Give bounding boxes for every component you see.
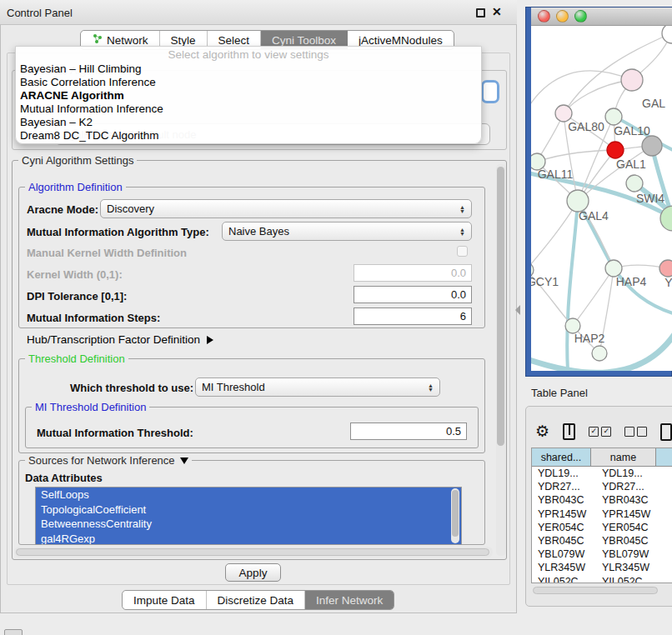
column-view-icon[interactable]: [563, 423, 575, 440]
algorithm-item-aracne-algorithm[interactable]: ARACNE Algorithm: [16, 89, 481, 102]
bottom-tab-infer-network[interactable]: Infer Network: [305, 591, 394, 609]
algorithm-item-dream8-dc-tdc-algorithm[interactable]: Dream8 DC_TDC Algorithm: [16, 129, 481, 142]
table-row[interactable]: YDL19...YDL19...13: [532, 467, 672, 480]
attribute-item-selfloops[interactable]: SelfLoops: [36, 488, 461, 502]
deselect-all-icon[interactable]: [624, 427, 647, 437]
close-icon[interactable]: ✕: [492, 5, 502, 18]
table-row[interactable]: YIL052CYIL052C9.: [532, 575, 672, 584]
bottom-tab-discretize-data[interactable]: Discretize Data: [207, 591, 306, 609]
mi-steps-input[interactable]: 6: [354, 308, 472, 325]
sources-expander[interactable]: Sources for Network Inference: [25, 454, 192, 467]
node-label-hap4: HAP4: [616, 275, 647, 288]
table-cell: YDL19...: [532, 468, 596, 479]
algorithm-combo-focus-fragment[interactable]: [481, 80, 499, 103]
zoom-traffic-light[interactable]: [574, 10, 587, 22]
float-window-icon[interactable]: [476, 8, 485, 18]
control-panel-title: Control Panel: [7, 7, 73, 19]
column-header-shared[interactable]: shared...: [532, 448, 591, 467]
settings-vscrollbar-thumb[interactable]: [497, 167, 504, 446]
network-node-swi4[interactable]: [626, 175, 643, 192]
checked-box-icon: ✓: [589, 427, 599, 437]
table-cell: YBR043C: [596, 494, 666, 506]
mi-threshold-input[interactable]: 0.5: [350, 422, 467, 440]
table-cell: YBL079W: [596, 548, 666, 560]
network-node-gal[interactable]: [621, 69, 643, 91]
node-label-gal: GAL: [642, 97, 665, 110]
node-label-swi4: SWI4: [636, 192, 664, 205]
network-node[interactable]: [642, 136, 662, 156]
close-traffic-light[interactable]: [538, 10, 550, 22]
table-panel-title: Table Panel: [531, 387, 588, 399]
tab-label: Infer Network: [316, 594, 383, 607]
table-row[interactable]: YER054CYER054C8.: [532, 521, 672, 534]
which-threshold-combo[interactable]: MI Threshold ▲▼: [195, 378, 440, 397]
apply-button[interactable]: Apply: [225, 563, 281, 582]
algorithm-item-basic-correlation-inference[interactable]: Basic Correlation Inference: [16, 76, 481, 89]
algorithm-item-bayesian-k2[interactable]: Bayesian – K2: [16, 116, 481, 129]
cyni-settings-label: Cyni Algorithm Settings: [18, 154, 137, 167]
dpi-tolerance-input[interactable]: 0.0: [354, 286, 472, 303]
aracne-mode-combo[interactable]: Discovery ▲▼: [100, 199, 472, 218]
network-node-gal80[interactable]: [555, 105, 572, 122]
data-attributes-list[interactable]: SelfLoopsTopologicalCoefficientBetweenne…: [35, 487, 462, 545]
table-cell: 9.: [666, 576, 672, 583]
table-cell: 8.: [666, 522, 672, 533]
page-icon[interactable]: [660, 423, 672, 441]
control-panel-titlebar[interactable]: [0, 0, 517, 25]
select-all-icon[interactable]: ✓ ✓: [589, 427, 611, 437]
unchecked-box-icon: [624, 427, 634, 437]
table-hscrollbar-thumb[interactable]: [533, 587, 658, 594]
algorithm-list: Bayesian – Hill ClimbingBasic Correlatio…: [16, 62, 481, 142]
screen: Control Panel ✕ NetworkStyleSelectCyni T…: [0, 0, 672, 635]
table-row[interactable]: YBR045CYBR045C9.: [532, 534, 672, 548]
algorithm-item-bayesian-hill-climbing[interactable]: Bayesian – Hill Climbing: [16, 62, 481, 76]
column-header-name[interactable]: name: [591, 448, 656, 467]
data-attributes-label: Data Attributes: [25, 472, 103, 484]
attribute-item-topologicalcoefficient[interactable]: TopologicalCoefficient: [36, 502, 461, 518]
splitter-collapse-icon[interactable]: [515, 305, 520, 315]
network-node-gal10[interactable]: [605, 108, 622, 125]
network-node[interactable]: [592, 346, 607, 361]
algorithm-dropdown-popup: Select algorithm to view settings Bayesi…: [15, 46, 482, 144]
network-canvas[interactable]: GALGAL80GAL10GAL1GAL11SWI4GAL4GCY1HAP4YH…: [531, 26, 672, 371]
column-header-a[interactable]: A: [656, 448, 672, 467]
tab-label: Cyni Toolbox: [272, 34, 336, 47]
tab-label: jActiveMNodules: [359, 34, 443, 47]
table-cell: 9.: [666, 508, 672, 520]
attribute-item-gal4rgexp[interactable]: gal4RGexp: [36, 532, 461, 546]
table-cell: YER054C: [596, 522, 666, 533]
attr-list-vscrollbar-thumb[interactable]: [452, 490, 459, 537]
kernel-width-input[interactable]: 0.0: [354, 264, 472, 282]
network-node-gal1[interactable]: [607, 142, 624, 158]
table-cell: YBR043C: [532, 494, 596, 506]
threshold-label: Threshold Definition: [25, 352, 128, 365]
table-row[interactable]: YLR345WYLR345W9.: [532, 561, 672, 574]
hub-definition-expander[interactable]: Hub/Transcription Factor Definition: [27, 333, 213, 346]
algorithm-item-mutual-information-inference[interactable]: Mutual Information Inference: [16, 102, 481, 116]
settings-hscrollbar-thumb[interactable]: [16, 548, 489, 556]
table-row[interactable]: YDR27...YDR27...12: [532, 480, 672, 493]
network-node-y[interactable]: [659, 260, 672, 277]
table-cell: YPR145W: [596, 508, 666, 520]
table-cell: YDR27...: [532, 481, 596, 492]
restore-panel-button[interactable]: [4, 629, 23, 635]
gear-icon[interactable]: ⚙: [535, 423, 549, 440]
attribute-item-betweennesscentrality[interactable]: BetweennessCentrality: [36, 517, 461, 532]
network-icon: [92, 33, 103, 47]
expand-down-icon: [180, 458, 188, 464]
table-row[interactable]: YPR145WYPR145W9.: [532, 508, 672, 521]
table-row[interactable]: YBR043CYBR043C: [532, 493, 672, 507]
minimize-traffic-light[interactable]: [556, 10, 569, 22]
network-window-titlebar[interactable]: [531, 8, 672, 26]
table-cell: YPR145W: [532, 508, 596, 520]
mi-type-combo[interactable]: Naive Bayes ▲▼: [222, 222, 472, 241]
table-row[interactable]: YBL079WYBL079W: [532, 548, 672, 561]
sources-label: Sources for Network Inference: [28, 454, 175, 467]
bottom-tab-impute-data[interactable]: Impute Data: [123, 591, 207, 609]
node-label-y: Y: [664, 276, 672, 289]
combo-arrows-icon: ▲▼: [428, 383, 434, 392]
manual-kernel-checkbox[interactable]: [457, 246, 468, 257]
network-node-hap4[interactable]: [605, 260, 622, 277]
network-node[interactable]: [660, 206, 672, 231]
network-node[interactable]: [662, 26, 672, 43]
